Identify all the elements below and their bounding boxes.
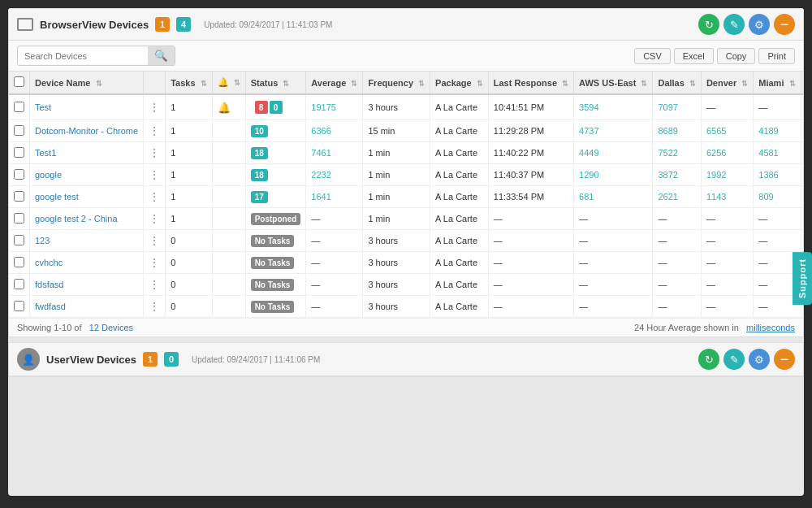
status-badge: 18 bbox=[251, 147, 268, 159]
menu-icon[interactable]: ⋮ bbox=[149, 212, 160, 225]
device-name-link[interactable]: google test bbox=[35, 192, 79, 202]
menu-icon[interactable]: ⋮ bbox=[149, 278, 160, 291]
excel-button[interactable]: Excel bbox=[674, 48, 714, 64]
col-dallas[interactable]: Dallas ⇅ bbox=[653, 72, 701, 94]
device-name-link[interactable]: fwdfasd bbox=[35, 302, 66, 311]
row-checkbox[interactable] bbox=[14, 213, 24, 224]
device-name-link[interactable]: Dotcom-Monitor - Chrome bbox=[35, 126, 138, 136]
device-name-link[interactable]: google test 2 - China bbox=[35, 214, 118, 224]
row-checkbox[interactable] bbox=[14, 125, 24, 136]
col-last-response[interactable]: Last Response ⇅ bbox=[488, 72, 573, 94]
row-average: 6366 bbox=[306, 120, 363, 142]
row-menu[interactable]: ⋮ bbox=[144, 208, 166, 230]
row-package: A La Carte bbox=[430, 252, 489, 274]
device-name-link[interactable]: cvhchc bbox=[35, 258, 63, 267]
edit-button[interactable]: ✎ bbox=[723, 14, 745, 35]
row-denver: — bbox=[701, 94, 753, 120]
row-dallas: 3872 bbox=[653, 164, 701, 186]
row-miami: 4581 bbox=[754, 142, 801, 164]
bell-icon[interactable]: 🔔 bbox=[218, 102, 231, 114]
row-menu[interactable]: ⋮ bbox=[144, 142, 166, 164]
menu-icon[interactable]: ⋮ bbox=[149, 168, 160, 181]
average-value: 19175 bbox=[311, 102, 336, 112]
row-dallas: — bbox=[653, 208, 701, 230]
row-checkbox[interactable] bbox=[14, 147, 24, 158]
search-input[interactable] bbox=[18, 48, 148, 64]
row-minneapolis: 5820 bbox=[801, 142, 803, 164]
col-minneapolis[interactable]: Minneapolis ⇅ bbox=[801, 72, 803, 94]
refresh-button[interactable]: ↻ bbox=[698, 14, 719, 35]
miami-value: — bbox=[758, 102, 767, 112]
row-tasks: 1 bbox=[166, 120, 212, 142]
remove-button[interactable]: − bbox=[774, 14, 795, 35]
col-aws-us-east[interactable]: AWS US-East ⇅ bbox=[574, 72, 653, 94]
col-average[interactable]: Average ⇅ bbox=[306, 72, 363, 94]
col-bell[interactable]: 🔔 ⇅ bbox=[212, 72, 245, 94]
row-tasks: 0 bbox=[166, 296, 212, 318]
row-checkbox[interactable] bbox=[14, 279, 24, 289]
menu-icon[interactable]: ⋮ bbox=[149, 256, 160, 269]
userview-settings-button[interactable]: ⚙ bbox=[749, 349, 770, 370]
support-tab[interactable]: Support bbox=[793, 252, 812, 305]
row-menu[interactable]: ⋮ bbox=[144, 164, 166, 186]
row-checkbox[interactable] bbox=[14, 257, 24, 267]
row-bell bbox=[212, 252, 245, 274]
menu-icon[interactable]: ⋮ bbox=[149, 190, 160, 203]
row-frequency: 3 hours bbox=[363, 274, 430, 296]
device-name-link[interactable]: Test bbox=[35, 102, 51, 112]
table-row: google test 2 - China⋮1Postponed—1 minA … bbox=[9, 208, 803, 230]
col-frequency[interactable]: Frequency ⇅ bbox=[363, 72, 430, 94]
userview-remove-button[interactable]: − bbox=[774, 349, 795, 370]
device-name-link[interactable]: Test1 bbox=[35, 148, 56, 158]
row-frequency: 1 min bbox=[363, 186, 430, 208]
col-status[interactable]: Status ⇅ bbox=[245, 72, 306, 94]
device-name-link[interactable]: google bbox=[35, 170, 62, 180]
row-menu[interactable]: ⋮ bbox=[144, 252, 166, 274]
footer-total-link[interactable]: 12 Devices bbox=[89, 323, 133, 332]
row-menu[interactable]: ⋮ bbox=[144, 186, 166, 208]
copy-button[interactable]: Copy bbox=[717, 48, 756, 64]
table-row: google test⋮11716411 minA La Carte11:33:… bbox=[9, 186, 803, 208]
aws-value: 681 bbox=[579, 192, 594, 202]
col-tasks[interactable]: Tasks ⇅ bbox=[166, 72, 212, 94]
row-checkbox[interactable] bbox=[14, 301, 24, 311]
row-checkbox[interactable] bbox=[14, 191, 24, 202]
aws-value: — bbox=[579, 280, 588, 289]
menu-icon[interactable]: ⋮ bbox=[149, 101, 160, 114]
print-button[interactable]: Print bbox=[758, 48, 795, 64]
col-denver[interactable]: Denver ⇅ bbox=[701, 72, 753, 94]
row-device-name: google bbox=[30, 164, 144, 186]
row-checkbox[interactable] bbox=[14, 235, 24, 245]
row-checkbox[interactable] bbox=[14, 169, 24, 180]
average-value: — bbox=[311, 214, 320, 224]
col-package[interactable]: Package ⇅ bbox=[430, 72, 489, 94]
row-package: A La Carte bbox=[430, 274, 489, 296]
menu-icon[interactable]: ⋮ bbox=[149, 124, 160, 137]
device-name-link[interactable]: 123 bbox=[35, 236, 50, 245]
row-menu[interactable]: ⋮ bbox=[144, 94, 166, 120]
userview-edit-button[interactable]: ✎ bbox=[723, 349, 745, 370]
row-checkbox[interactable] bbox=[14, 102, 24, 112]
select-all-checkbox[interactable] bbox=[14, 76, 24, 87]
menu-icon[interactable]: ⋮ bbox=[149, 146, 160, 159]
row-menu[interactable]: ⋮ bbox=[144, 274, 166, 296]
userview-refresh-button[interactable]: ↻ bbox=[698, 349, 719, 370]
row-menu[interactable]: ⋮ bbox=[144, 296, 166, 318]
menu-icon[interactable]: ⋮ bbox=[149, 300, 160, 313]
col-select-all[interactable] bbox=[9, 72, 30, 94]
avg-unit-link[interactable]: milliseconds bbox=[746, 323, 795, 332]
settings-button[interactable]: ⚙ bbox=[749, 14, 770, 35]
row-checkbox-cell bbox=[9, 164, 30, 186]
row-menu[interactable]: ⋮ bbox=[144, 120, 166, 142]
device-name-link[interactable]: fdsfasd bbox=[35, 280, 63, 289]
row-menu[interactable]: ⋮ bbox=[144, 230, 166, 252]
col-device-name[interactable]: Device Name ⇅ bbox=[30, 72, 144, 94]
row-last-response: — bbox=[488, 274, 573, 296]
csv-button[interactable]: CSV bbox=[634, 48, 671, 64]
col-miami[interactable]: Miami ⇅ bbox=[754, 72, 801, 94]
denver-value: — bbox=[706, 214, 715, 224]
search-button[interactable]: 🔍 bbox=[148, 46, 175, 65]
userview-badge-orange: 1 bbox=[143, 352, 158, 367]
menu-icon[interactable]: ⋮ bbox=[149, 234, 160, 247]
row-denver: — bbox=[701, 296, 753, 318]
